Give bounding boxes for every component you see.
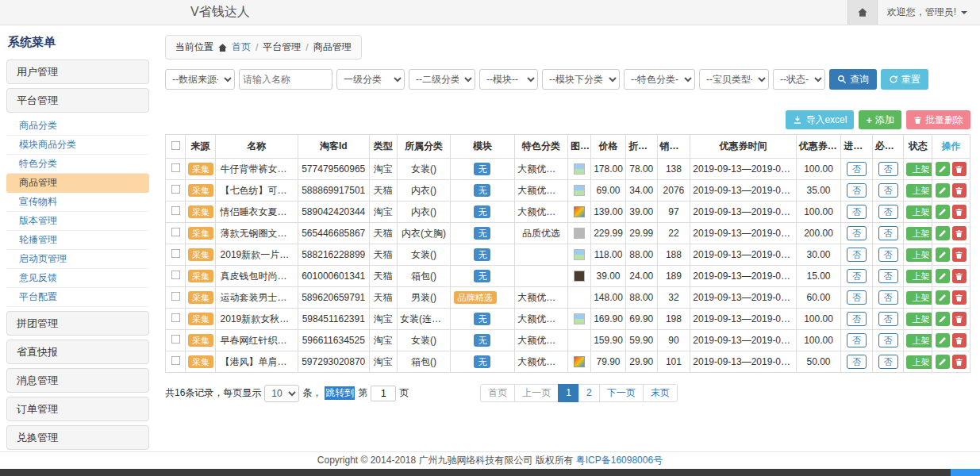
filter-data-source-select[interactable]: --数据来源-- (165, 69, 235, 90)
must-buy-toggle[interactable]: 否 (878, 248, 898, 262)
row-checkbox[interactable] (171, 313, 180, 323)
name-search-input[interactable] (239, 69, 332, 90)
sidebar-subitem[interactable]: 意见反馈 (6, 269, 149, 288)
edit-button[interactable] (936, 333, 950, 347)
import-select-toggle[interactable]: 否 (847, 355, 867, 369)
filter-item-type-select[interactable]: --宝贝类型-- (699, 69, 769, 90)
must-buy-toggle[interactable]: 否 (878, 312, 898, 326)
sidebar-subitem[interactable]: 特色分类 (6, 155, 149, 174)
delete-button[interactable] (952, 162, 967, 176)
last-page-button[interactable]: 末页 (643, 384, 678, 402)
sidebar-subitem[interactable]: 宣传物料 (6, 193, 149, 212)
import-select-toggle[interactable]: 否 (847, 248, 867, 262)
delete-button[interactable] (952, 355, 967, 369)
sidebar-subitem[interactable]: 平台配置 (6, 288, 149, 307)
sidebar-subitem[interactable]: 启动页管理 (6, 250, 149, 269)
horizontal-scrollbar-thumb[interactable] (951, 469, 980, 476)
status-button[interactable]: 上架 (906, 334, 932, 347)
must-buy-toggle[interactable]: 否 (878, 269, 898, 283)
breadcrumb-home-link[interactable]: 首页 (232, 40, 251, 54)
sidebar-item-user-management[interactable]: 用户管理 (6, 60, 149, 84)
edit-button[interactable] (936, 205, 950, 219)
edit-button[interactable] (936, 355, 950, 369)
batch-delete-button[interactable]: 批量删除 (906, 110, 970, 129)
delete-button[interactable] (952, 248, 967, 262)
delete-button[interactable] (952, 205, 967, 219)
status-button[interactable]: 上架 (906, 205, 932, 219)
status-button[interactable]: 上架 (906, 184, 932, 198)
filter-level1-category-select[interactable]: 一级分类 (336, 69, 405, 90)
import-select-toggle[interactable]: 否 (847, 205, 867, 219)
per-page-select[interactable]: 10 (264, 385, 299, 402)
delete-button[interactable] (952, 226, 967, 240)
import-select-toggle[interactable]: 否 (847, 312, 867, 326)
row-checkbox[interactable] (171, 206, 180, 216)
page-number-button[interactable]: 2 (578, 384, 600, 402)
status-button[interactable]: 上架 (906, 291, 932, 305)
icp-link[interactable]: 粤ICP备16098006号 (576, 454, 663, 467)
must-buy-toggle[interactable]: 否 (878, 162, 898, 176)
sidebar-item-bottom-0[interactable]: 拼团管理 (6, 311, 149, 336)
search-button[interactable]: 查询 (829, 69, 877, 90)
edit-button[interactable] (936, 183, 950, 198)
status-button[interactable]: 上架 (906, 248, 932, 262)
sidebar-item-bottom-1[interactable]: 省直快报 (6, 340, 149, 364)
next-page-button[interactable]: 下一页 (599, 384, 644, 402)
status-button[interactable]: 上架 (906, 313, 932, 326)
sidebar-subitem[interactable]: 版本管理 (6, 212, 149, 231)
status-button[interactable]: 上架 (906, 227, 932, 240)
edit-button[interactable] (936, 312, 950, 326)
home-button[interactable] (847, 0, 878, 25)
filter-level2-category-select[interactable]: --二级分类-- (409, 69, 475, 90)
edit-button[interactable] (936, 226, 950, 240)
import-select-toggle[interactable]: 否 (847, 183, 867, 198)
status-button[interactable]: 上架 (906, 270, 932, 283)
jump-page-input[interactable] (371, 386, 396, 401)
import-select-toggle[interactable]: 否 (847, 162, 867, 176)
must-buy-toggle[interactable]: 否 (878, 183, 898, 198)
row-checkbox[interactable] (171, 356, 180, 366)
delete-button[interactable] (952, 312, 967, 326)
page-number-button[interactable]: 1 (558, 384, 579, 402)
row-checkbox[interactable] (171, 185, 180, 194)
row-checkbox[interactable] (171, 335, 180, 344)
select-all-checkbox[interactable] (171, 140, 180, 150)
filter-feature-category-select[interactable]: --特色分类-- (624, 69, 695, 90)
delete-button[interactable] (952, 183, 967, 198)
sidebar-subitem[interactable]: 模块商品分类 (6, 136, 149, 155)
delete-button[interactable] (952, 269, 967, 283)
edit-button[interactable] (936, 248, 950, 262)
import-select-toggle[interactable]: 否 (847, 226, 867, 240)
row-checkbox[interactable] (171, 292, 180, 301)
sidebar-item-bottom-2[interactable]: 消息管理 (6, 368, 149, 393)
delete-button[interactable] (952, 290, 967, 305)
row-checkbox[interactable] (171, 228, 180, 237)
edit-button[interactable] (936, 290, 950, 305)
add-button[interactable]: +添加 (859, 110, 901, 129)
prev-page-button[interactable]: 上一页 (514, 384, 559, 402)
import-select-toggle[interactable]: 否 (847, 290, 867, 305)
sidebar-subitem[interactable]: 商品管理 (6, 174, 149, 193)
must-buy-toggle[interactable]: 否 (878, 355, 898, 369)
sidebar-subitem[interactable]: 商品分类 (6, 117, 149, 136)
sidebar-item-bottom-4[interactable]: 兑换管理 (6, 425, 149, 450)
edit-button[interactable] (936, 162, 950, 176)
row-checkbox[interactable] (171, 271, 180, 280)
import-select-toggle[interactable]: 否 (847, 269, 867, 283)
row-checkbox[interactable] (171, 163, 180, 173)
must-buy-toggle[interactable]: 否 (878, 226, 898, 240)
delete-button[interactable] (952, 333, 967, 347)
filter-module-select[interactable]: --模块-- (479, 69, 538, 90)
user-menu[interactable]: 欢迎您，管理员! (878, 6, 980, 19)
row-checkbox[interactable] (171, 249, 180, 259)
must-buy-toggle[interactable]: 否 (878, 333, 898, 347)
filter-status-select[interactable]: --状态-- (773, 69, 825, 90)
sidebar-subitem[interactable]: 轮播管理 (6, 231, 149, 250)
reset-button[interactable]: 重置 (881, 69, 928, 90)
import-select-toggle[interactable]: 否 (847, 333, 867, 347)
must-buy-toggle[interactable]: 否 (878, 290, 898, 305)
filter-module-subcategory-select[interactable]: --模块下分类-- (542, 69, 620, 90)
status-button[interactable]: 上架 (906, 355, 932, 369)
status-button[interactable]: 上架 (906, 163, 932, 176)
sidebar-item-bottom-3[interactable]: 订单管理 (6, 397, 149, 421)
